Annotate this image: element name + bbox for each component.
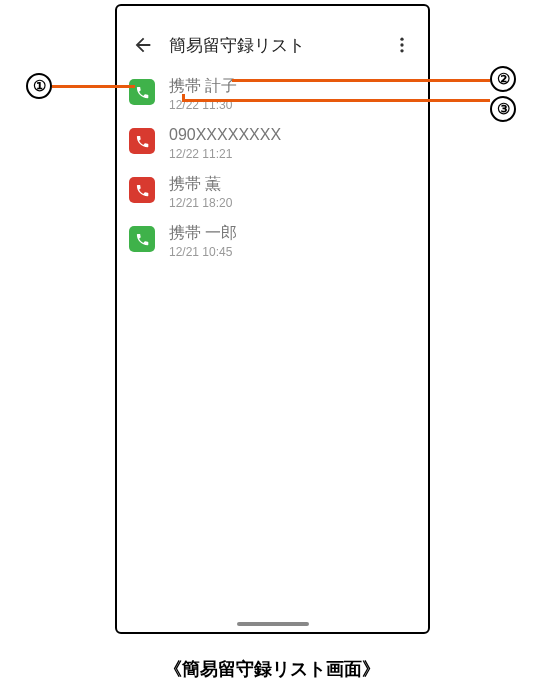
back-button[interactable] bbox=[125, 27, 161, 63]
app-bar-title: 簡易留守録リスト bbox=[169, 34, 384, 57]
callout-number-2: ② bbox=[490, 66, 516, 92]
phone-icon bbox=[129, 79, 155, 105]
list-item[interactable]: 090XXXXXXXX 12/22 11:21 bbox=[117, 119, 428, 168]
app-bar: 簡易留守録リスト bbox=[117, 22, 428, 68]
callout-line-2 bbox=[232, 79, 490, 82]
item-name: 携帯 一郎 bbox=[169, 223, 237, 243]
svg-point-2 bbox=[400, 49, 403, 52]
item-time: 12/21 18:20 bbox=[169, 195, 232, 211]
item-time: 12/22 11:21 bbox=[169, 146, 281, 162]
svg-point-1 bbox=[400, 43, 403, 46]
figure-caption: 《簡易留守録リスト画面》 bbox=[0, 657, 543, 681]
phone-icon bbox=[129, 128, 155, 154]
more-vert-icon bbox=[392, 35, 412, 55]
phone-icon bbox=[129, 226, 155, 252]
item-time: 12/21 10:45 bbox=[169, 244, 237, 260]
overflow-menu-button[interactable] bbox=[384, 27, 420, 63]
callout-line-1 bbox=[52, 85, 135, 88]
item-name: 携帯 計子 bbox=[169, 76, 237, 96]
list-item[interactable]: 携帯 一郎 12/21 10:45 bbox=[117, 217, 428, 266]
home-indicator bbox=[237, 622, 309, 626]
callout-number-3: ③ bbox=[490, 96, 516, 122]
item-name: 携帯 薫 bbox=[169, 174, 232, 194]
callout-line-3-tick bbox=[182, 94, 185, 102]
voicemail-list: 携帯 計子 12/22 11:30 090XXXXXXXX 12/22 11:2… bbox=[117, 68, 428, 266]
status-bar-spacer bbox=[117, 6, 428, 22]
callout-line-3 bbox=[182, 99, 490, 102]
back-arrow-icon bbox=[132, 34, 154, 56]
list-item[interactable]: 携帯 薫 12/21 18:20 bbox=[117, 168, 428, 217]
list-item[interactable]: 携帯 計子 12/22 11:30 bbox=[117, 70, 428, 119]
item-name: 090XXXXXXXX bbox=[169, 125, 281, 145]
svg-point-0 bbox=[400, 38, 403, 41]
phone-icon bbox=[129, 177, 155, 203]
callout-number-1: ① bbox=[26, 73, 52, 99]
